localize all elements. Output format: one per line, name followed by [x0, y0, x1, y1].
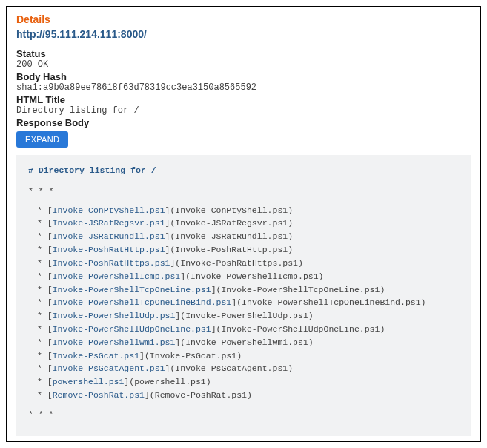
file-link[interactable]: Invoke-JSRatRegsvr.ps1 [53, 218, 165, 228]
response-body-content: # Directory listing for / * * * * [Invok… [16, 155, 471, 436]
file-target: (Invoke-PowerShellTcpOneLine.ps1) [216, 285, 385, 294]
bullet: * [37, 231, 47, 241]
file-link[interactable]: Invoke-PsGcat.ps1 [53, 351, 139, 360]
listing-row: * [Invoke-PsGcat.ps1](Invoke-PsGcat.ps1) [37, 349, 459, 363]
bracket-open: [ [47, 205, 53, 215]
file-target: (Invoke-PsGcat.ps1) [145, 351, 242, 360]
file-target: (Invoke-JSRatRundll.ps1) [170, 231, 293, 241]
file-link[interactable]: Invoke-PowerShellUdpOneLine.ps1 [53, 324, 211, 334]
bracket-open: [ [47, 390, 53, 400]
file-target: (Invoke-JSRatRegsvr.ps1) [170, 218, 293, 228]
bracket-open: [ [47, 218, 53, 228]
bracket-open: [ [47, 351, 53, 360]
file-target: (Remove-PoshRat.ps1) [150, 390, 252, 400]
file-target: (Invoke-ConPtyShell.ps1) [170, 205, 293, 215]
bracket-open: [ [47, 231, 53, 241]
listing-row: * [Invoke-ConPtyShell.ps1](Invoke-ConPty… [37, 204, 459, 217]
bracket-open: [ [47, 285, 53, 294]
bullet: * [37, 218, 47, 228]
file-target: (powershell.ps1) [129, 377, 211, 386]
file-link[interactable]: Invoke-PowerShellTcpOneLineBind.ps1 [53, 297, 232, 307]
file-link[interactable]: powershell.ps1 [53, 377, 125, 386]
details-panel: Details http://95.111.214.111:8000/ Stat… [6, 6, 481, 442]
bullet: * [37, 311, 47, 320]
listing-row: * [Invoke-PowerShellUdp.ps1](Invoke-Powe… [37, 309, 459, 323]
listing-row: * [Invoke-PowerShellWmi.ps1](Invoke-Powe… [37, 336, 459, 349]
listing-row: * [Invoke-PsGcatAgent.ps1](Invoke-PsGcat… [37, 362, 459, 375]
listing-row: * [Invoke-PowerShellTcpOneLine.ps1](Invo… [37, 283, 459, 297]
file-target: (Invoke-PsGcatAgent.ps1) [170, 363, 293, 373]
file-link[interactable]: Invoke-PsGcatAgent.ps1 [53, 363, 165, 373]
status-value: 200 OK [16, 59, 471, 70]
file-target: (Invoke-PoshRatHttp.ps1) [170, 245, 293, 254]
status-label: Status [16, 48, 471, 59]
bullet: * [37, 390, 47, 400]
directory-listing: * [Invoke-ConPtyShell.ps1](Invoke-ConPty… [28, 204, 459, 402]
bullet: * [37, 351, 47, 360]
file-target: (Invoke-PowerShellTcpOneLineBind.ps1) [236, 297, 425, 307]
bracket-close: ] [139, 351, 145, 360]
file-link[interactable]: Remove-PoshRat.ps1 [53, 390, 145, 400]
file-target: (Invoke-PowerShellWmi.ps1) [180, 337, 313, 347]
separator-stars-top: * * * [28, 185, 459, 198]
file-target: (Invoke-PowerShellUdpOneLine.ps1) [216, 324, 385, 334]
bullet: * [37, 205, 47, 215]
bracket-open: [ [47, 245, 53, 254]
divider [16, 45, 471, 45]
bracket-open: [ [47, 337, 53, 347]
bullet: * [37, 324, 47, 334]
listing-row: * [Invoke-PoshRatHttp.ps1](Invoke-PoshRa… [37, 243, 459, 257]
bullet: * [37, 258, 47, 268]
bullet: * [37, 285, 47, 294]
body-hash-label: Body Hash [16, 71, 471, 82]
body-hash-value: sha1:a9b0a89ee78618f63d78319cc3ea3150a85… [16, 82, 471, 93]
bracket-close: ] [145, 390, 150, 400]
file-link[interactable]: Invoke-PoshRatHttp.ps1 [53, 245, 165, 254]
file-link[interactable]: Invoke-PowerShellTcpOneLine.ps1 [53, 285, 211, 294]
bracket-close: ] [211, 285, 216, 294]
bracket-open: [ [47, 311, 53, 320]
listing-row: * [Invoke-PowerShellIcmp.ps1](Invoke-Pow… [37, 270, 459, 283]
bullet: * [37, 363, 47, 373]
listing-row: * [Invoke-PoshRatHttps.ps1](Invoke-PoshR… [37, 257, 459, 270]
listing-row: * [Invoke-JSRatRegsvr.ps1](Invoke-JSRatR… [37, 217, 459, 230]
bracket-open: [ [47, 377, 53, 386]
bullet: * [37, 337, 47, 347]
panel-title: Details [16, 13, 471, 25]
bracket-open: [ [47, 297, 53, 307]
bullet: * [37, 297, 47, 307]
listing-row: * [Invoke-PowerShellTcpOneLineBind.ps1](… [37, 296, 459, 309]
file-target: (Invoke-PowerShellIcmp.ps1) [185, 271, 323, 281]
listing-row: * [powershell.ps1](powershell.ps1) [37, 375, 459, 389]
file-target: (Invoke-PoshRatHttps.ps1) [175, 258, 303, 268]
body-heading: # Directory listing for / [28, 164, 459, 177]
request-url: http://95.111.214.111:8000/ [16, 28, 471, 40]
bracket-close: ] [211, 324, 216, 334]
file-link[interactable]: Invoke-JSRatRundll.ps1 [53, 231, 165, 241]
file-link[interactable]: Invoke-PoshRatHttps.ps1 [53, 258, 170, 268]
bracket-open: [ [47, 324, 53, 334]
file-link[interactable]: Invoke-ConPtyShell.ps1 [53, 205, 165, 215]
listing-row: * [Invoke-PowerShellUdpOneLine.ps1](Invo… [37, 323, 459, 336]
bracket-open: [ [47, 363, 53, 373]
file-link[interactable]: Invoke-PowerShellWmi.ps1 [53, 337, 176, 347]
html-title-label: HTML Title [16, 94, 471, 105]
bracket-open: [ [47, 258, 53, 268]
file-link[interactable]: Invoke-PowerShellIcmp.ps1 [53, 271, 181, 281]
listing-row: * [Invoke-JSRatRundll.ps1](Invoke-JSRatR… [37, 230, 459, 243]
bullet: * [37, 377, 47, 386]
file-target: (Invoke-PowerShellUdp.ps1) [180, 311, 313, 320]
bracket-open: [ [47, 271, 53, 281]
response-body-label: Response Body [16, 117, 471, 128]
html-title-value: Directory listing for / [16, 105, 471, 116]
expand-button[interactable]: EXPAND [16, 131, 68, 148]
separator-stars-bottom: * * * [28, 408, 459, 421]
bullet: * [37, 271, 47, 281]
file-link[interactable]: Invoke-PowerShellUdp.ps1 [53, 311, 176, 320]
listing-row: * [Remove-PoshRat.ps1](Remove-PoshRat.ps… [37, 389, 459, 402]
bullet: * [37, 245, 47, 254]
